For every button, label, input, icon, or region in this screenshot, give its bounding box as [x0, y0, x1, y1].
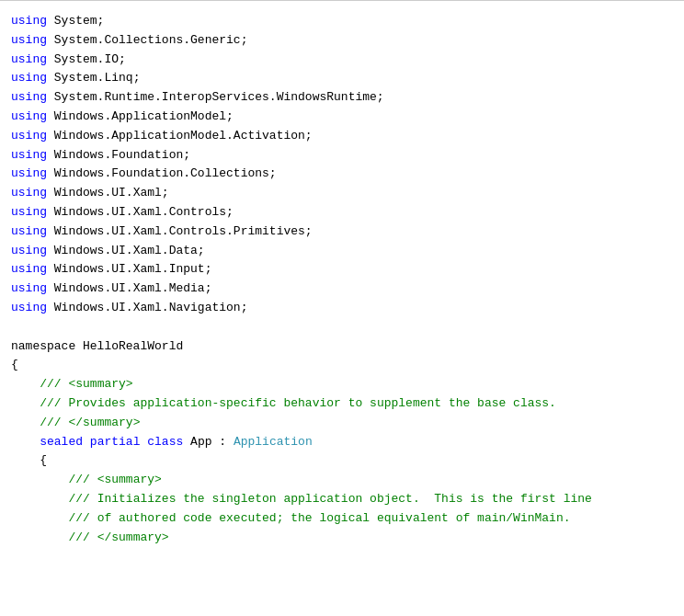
keyword: using [11, 127, 47, 146]
keyword: using [11, 88, 47, 108]
keyword: partial [90, 433, 141, 452]
normal-text: Windows.UI.Xaml.Controls.Primitives; [47, 222, 313, 242]
comment-text: /// <summary> [68, 471, 161, 490]
keyword: using [11, 31, 47, 51]
code-line: using Windows.UI.Xaml.Navigation; [0, 299, 684, 318]
code-line: using Windows.UI.Xaml.Controls; [0, 203, 684, 222]
normal-text: Windows.UI.Xaml.Media; [47, 279, 211, 299]
normal-text [11, 529, 68, 548]
code-line: /// Provides application-specific behavi… [0, 394, 684, 414]
normal-text: System.IO; [47, 51, 126, 70]
separator-line [0, 0, 684, 1]
code-line: using Windows.Foundation.Collections; [0, 165, 684, 184]
comment-text: /// <summary> [40, 375, 132, 394]
keyword: using [11, 69, 47, 88]
code-line [0, 318, 684, 337]
normal-text: Windows.Foundation.Collections; [47, 165, 277, 184]
normal-text: { [11, 356, 18, 375]
normal-text: Windows.UI.Xaml.Navigation; [47, 299, 247, 318]
code-line: /// of authored code executed; the logic… [0, 509, 684, 529]
code-container: using System; using System.Collections.G… [0, 5, 684, 554]
code-line: using System.Collections.Generic; [0, 31, 684, 51]
normal-text [11, 375, 40, 394]
code-line: using System.Linq; [0, 69, 684, 88]
keyword: sealed [40, 433, 83, 452]
code-line: using Windows.UI.Xaml; [0, 184, 684, 203]
normal-text: System.Runtime.InteropServices.WindowsRu… [47, 88, 384, 108]
code-line: using Windows.UI.Xaml.Controls.Primitive… [0, 222, 684, 242]
normal-text [11, 471, 68, 490]
normal-text: Windows.UI.Xaml; [47, 184, 169, 203]
keyword: using [11, 203, 47, 222]
code-line: using Windows.ApplicationModel.Activatio… [0, 127, 684, 146]
normal-text [11, 490, 68, 509]
keyword: using [11, 51, 47, 70]
code-line: using Windows.UI.Xaml.Media; [0, 279, 684, 299]
code-line: /// </summary> [0, 529, 684, 548]
normal-text: App : [183, 433, 234, 452]
keyword: using [11, 279, 47, 299]
code-line: using Windows.Foundation; [0, 146, 684, 165]
normal-text: namespace HelloRealWorld [11, 337, 183, 357]
normal-text: Windows.ApplicationModel; [47, 108, 234, 127]
normal-text: Windows.UI.Xaml.Input; [47, 260, 211, 279]
code-line: using Windows.UI.Xaml.Data; [0, 242, 684, 261]
keyword: using [11, 184, 47, 203]
comment-text: /// Provides application-specific behavi… [40, 394, 556, 414]
code-line: namespace HelloRealWorld [0, 337, 684, 357]
normal-text: Windows.UI.Xaml.Controls; [47, 203, 234, 222]
normal-text [11, 318, 18, 337]
keyword: class [147, 433, 183, 452]
normal-text: System; [47, 12, 104, 31]
comment-text: /// </summary> [40, 414, 140, 433]
normal-text [83, 433, 90, 452]
code-line: /// <summary> [0, 471, 684, 490]
normal-text: Windows.Foundation; [47, 146, 190, 165]
keyword: using [11, 260, 47, 279]
type-name: Application [234, 433, 313, 452]
code-line: /// </summary> [0, 414, 684, 433]
code-line: using System.Runtime.InteropServices.Win… [0, 88, 684, 108]
normal-text: Windows.UI.Xaml.Data; [47, 242, 205, 261]
keyword: using [11, 242, 47, 261]
comment-text: /// Initializes the singleton applicatio… [68, 490, 592, 509]
normal-text [11, 414, 40, 433]
normal-text: System.Collections.Generic; [47, 31, 247, 51]
keyword: using [11, 165, 47, 184]
normal-text: Windows.ApplicationModel.Activation; [47, 127, 313, 146]
code-line: using System; [0, 12, 684, 31]
keyword: using [11, 12, 47, 31]
comment-text: /// of authored code executed; the logic… [68, 509, 570, 529]
keyword: using [11, 222, 47, 242]
normal-text [140, 433, 147, 452]
code-line: { [0, 356, 684, 375]
normal-text [11, 509, 68, 529]
code-line: /// <summary> [0, 375, 684, 394]
code-line: /// Initializes the singleton applicatio… [0, 490, 684, 509]
code-line: sealed partial class App : Application [0, 433, 684, 452]
normal-text [11, 394, 40, 414]
comment-text: /// </summary> [68, 529, 168, 548]
code-line: using Windows.UI.Xaml.Input; [0, 260, 684, 279]
code-line: { [0, 451, 684, 471]
keyword: using [11, 108, 47, 127]
normal-text: System.Linq; [47, 69, 140, 88]
code-line: using Windows.ApplicationModel; [0, 108, 684, 127]
normal-text [11, 433, 40, 452]
keyword: using [11, 146, 47, 165]
keyword: using [11, 299, 47, 318]
normal-text: { [11, 451, 47, 471]
code-line: using System.IO; [0, 51, 684, 70]
